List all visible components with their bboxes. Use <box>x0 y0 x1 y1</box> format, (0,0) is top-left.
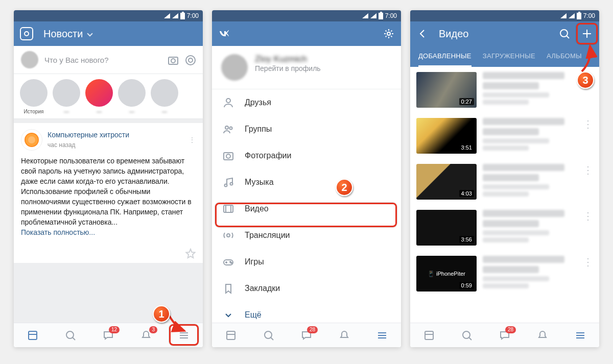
feed-post[interactable]: Компьютерные хитрости час назад ⋮ Некото… <box>14 123 203 244</box>
status-bar: 7:00 <box>14 10 203 21</box>
story-item[interactable]: — <box>53 79 80 114</box>
nav-messages[interactable]: 28 <box>497 327 513 344</box>
back-icon[interactable] <box>416 28 429 40</box>
post-menu-icon[interactable]: ⋮ <box>188 135 196 145</box>
page-title: Видео <box>439 28 468 40</box>
nav-messages[interactable]: 28 <box>298 327 315 344</box>
menu-friends[interactable]: Друзья <box>212 89 401 116</box>
nav-notifications[interactable]: 3 <box>138 327 154 344</box>
item-menu-icon[interactable]: ⋮ <box>583 164 593 176</box>
video-item[interactable]: 3:51 ⋮ <box>410 113 599 159</box>
video-meta <box>483 164 577 200</box>
nav-messages[interactable]: 12 <box>100 327 116 344</box>
clock: 7:00 <box>385 12 397 19</box>
feed-dropdown[interactable]: Новости <box>43 28 92 40</box>
menu-photos[interactable]: Фотографии <box>212 142 401 169</box>
nav-menu[interactable] <box>374 327 390 344</box>
live-icon[interactable] <box>184 54 196 65</box>
tab-uploaded[interactable]: ЗАГРУЖЕННЫЕ <box>483 46 535 67</box>
video-item[interactable]: 0:27 ⋮ <box>410 67 599 113</box>
svg-line-36 <box>567 36 569 38</box>
clock: 7:00 <box>583 12 595 19</box>
header-bar: Новости <box>14 21 203 46</box>
screen-video: 7:00 Видео ДОБАВЛЕННЫЕ ЗАГРУЖЕННЫЕ АЛЬБО… <box>410 10 599 347</box>
svg-point-18 <box>230 183 233 185</box>
menu-groups[interactable]: Группы <box>212 116 401 142</box>
menu-more[interactable]: Ещё <box>212 302 401 323</box>
music-icon <box>222 176 234 188</box>
profile-sub: Перейти в профиль <box>255 64 321 72</box>
gear-icon[interactable] <box>383 28 395 40</box>
story-add[interactable]: История <box>20 79 48 114</box>
wifi-icon <box>370 13 376 18</box>
star-icon[interactable] <box>184 248 196 259</box>
post-expand[interactable]: Показать полностью... <box>21 227 196 237</box>
compose-placeholder: Что у Вас нового? <box>44 56 161 64</box>
nav-feed[interactable] <box>421 327 437 344</box>
callout-step-2: 2 <box>336 179 353 196</box>
svg-point-35 <box>560 30 568 37</box>
nav-search[interactable] <box>261 327 277 344</box>
menu-video[interactable]: Видео <box>212 196 401 222</box>
signal-icon <box>560 13 567 18</box>
nav-feed[interactable] <box>25 327 41 344</box>
plus-icon[interactable] <box>581 28 593 40</box>
svg-line-31 <box>271 337 273 340</box>
menu-bookmarks[interactable]: Закладки <box>212 275 401 302</box>
video-meta <box>483 210 577 246</box>
camera-icon[interactable] <box>20 27 33 40</box>
status-bar: 7:00 <box>410 10 599 21</box>
video-list[interactable]: 0:27 ⋮ 3:51 ⋮ 4:03 ⋮ 3:56 ⋮ 📱 iPhonePite… <box>410 67 599 323</box>
nav-notifications[interactable] <box>336 327 352 344</box>
svg-line-42 <box>469 337 471 340</box>
svg-point-11 <box>387 32 390 35</box>
video-meta <box>483 72 577 108</box>
post-header: Компьютерные хитрости час назад ⋮ <box>21 129 196 151</box>
nav-menu[interactable] <box>572 327 588 344</box>
item-menu-icon[interactable]: ⋮ <box>583 210 593 222</box>
video-item[interactable]: 📱 iPhonePiter0:59 ⋮ <box>410 251 599 297</box>
nav-feed[interactable] <box>223 327 239 344</box>
status-bar: 7:00 <box>212 10 401 21</box>
video-thumb: 3:56 <box>416 210 477 246</box>
svg-point-1 <box>171 59 175 63</box>
page-title: Новости <box>43 28 83 39</box>
video-item[interactable]: 3:56 ⋮ <box>410 205 599 251</box>
svg-rect-19 <box>224 205 233 212</box>
photo-icon[interactable] <box>167 54 178 65</box>
video-item[interactable]: 4:03 ⋮ <box>410 159 599 205</box>
games-icon <box>222 256 234 268</box>
groups-icon <box>222 123 234 135</box>
svg-point-30 <box>265 331 272 338</box>
post-avatar[interactable] <box>21 129 42 151</box>
search-icon[interactable] <box>558 28 571 40</box>
item-menu-icon[interactable]: ⋮ <box>583 256 593 268</box>
story-item[interactable]: — <box>85 79 113 114</box>
profile-name: Zloy Kuzmich <box>255 54 321 64</box>
stories-row[interactable]: История — — — — <box>14 74 203 119</box>
nav-menu[interactable] <box>176 327 192 344</box>
vk-logo-icon[interactable] <box>218 28 230 40</box>
svg-point-17 <box>225 184 227 187</box>
photos-icon <box>222 150 234 162</box>
compose-row[interactable]: Что у Вас нового? <box>14 46 203 74</box>
profile-link[interactable]: Zloy Kuzmich Перейти в профиль <box>212 46 401 89</box>
menu-live[interactable]: Трансляции <box>212 222 401 249</box>
nav-notifications[interactable] <box>534 327 551 344</box>
menu-games[interactable]: Игры <box>212 249 401 275</box>
friends-icon <box>222 96 234 109</box>
svg-line-7 <box>73 337 75 340</box>
tab-added[interactable]: ДОБАВЛЕННЫЕ <box>418 46 471 67</box>
story-item[interactable]: — <box>151 79 178 114</box>
svg-point-13 <box>225 126 228 129</box>
video-tabs: ДОБАВЛЕННЫЕ ЗАГРУЖЕННЫЕ АЛЬБОМЫ <box>410 46 599 67</box>
nav-search[interactable] <box>459 327 475 344</box>
nav-search[interactable] <box>62 327 79 344</box>
tab-albums[interactable]: АЛЬБОМЫ <box>547 46 582 67</box>
menu-music[interactable]: Музыка <box>212 169 401 196</box>
story-item[interactable]: — <box>118 79 146 114</box>
clock: 7:00 <box>187 12 199 19</box>
svg-point-16 <box>226 154 230 158</box>
item-menu-icon[interactable]: ⋮ <box>583 118 593 130</box>
post-author[interactable]: Компьютерные хитрости <box>48 130 129 140</box>
